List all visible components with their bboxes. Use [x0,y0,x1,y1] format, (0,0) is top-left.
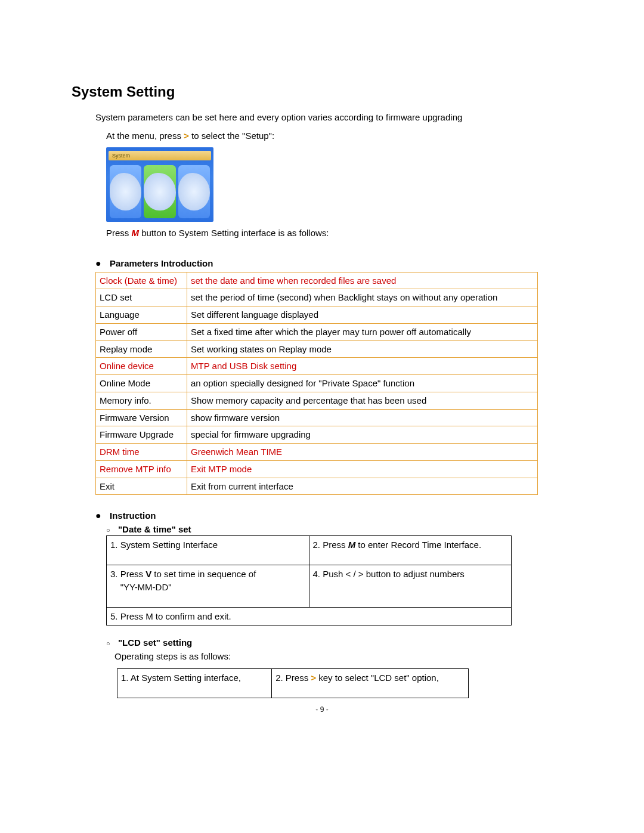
instruction-heading-row: ● Instruction [95,510,572,521]
lcd-step-2: 2. Press > key to select "LCD set" optio… [272,668,469,698]
lcd-steps-table: 1. At System Setting interface, 2. Press… [117,668,469,698]
param-desc: Show memory capacity and percentage that… [187,392,538,409]
param-desc: set the date and time when recorded file… [187,272,538,289]
table-row: Power offSet a fixed time after which th… [96,323,538,340]
menu-step: At the menu, press > to select the "Setu… [106,129,572,143]
param-name: Online device [96,358,187,375]
param-name: LCD set [96,289,187,306]
press-m-pre: Press [106,228,132,238]
lcd-step-1: 1. At System Setting interface, [117,668,272,698]
datetime-steps-table: 1. System Setting Interface 2. Press M t… [106,535,512,625]
menu-step-pre: At the menu, press [106,131,184,141]
intro-text: System parameters can be set here and ev… [95,111,572,125]
table-row: 3. Press V to set time in sequence of "Y… [107,565,512,608]
dt-step-4: 4. Push < / > button to adjust numbers [309,565,512,608]
param-name: Remove MTP info [96,460,187,478]
table-row: DRM timeGreenwich Mean TIME [96,444,538,461]
params-heading-row: ● Parameters Introduction [95,258,572,268]
param-desc: show firmware version [187,409,538,426]
param-desc: Exit MTP mode [187,460,538,478]
dt-step-3: 3. Press V to set time in sequence of "Y… [107,565,309,608]
table-row: Online Modean option specially designed … [96,375,538,392]
bullet-dot-icon: ● [95,259,110,268]
v-key-label: V [145,569,151,579]
table-row: Clock (Date & time)set the date and time… [96,272,538,289]
screenshot-icon-3 [178,165,210,218]
screenshot-icon-2 [144,165,175,218]
page-number: - 9 - [72,705,572,714]
params-heading: Parameters Introduction [110,258,213,268]
page-heading: System Setting [72,83,572,100]
press-m-line: Press M button to System Setting interfa… [106,227,572,240]
menu-step-post: to select the "Setup": [189,131,274,141]
bullet-dot-icon: ● [95,511,110,521]
param-desc: Greenwich Mean TIME [187,444,538,461]
table-row: Remove MTP infoExit MTP mode [96,460,538,478]
m-key-label: M [348,540,356,550]
gt-symbol: > [311,673,316,683]
param-desc: special for firmware upgrading [187,426,538,444]
screenshot-icon-1 [110,165,141,218]
table-row: LanguageSet different language displayed [96,306,538,324]
param-name: Firmware Version [96,409,187,426]
datetime-subheading-row: ○ "Date & time" set [106,524,572,534]
lcd-intro: Operating steps is as follows: [114,650,572,664]
param-desc: MTP and USB Disk setting [187,358,538,375]
table-row: Firmware Versionshow firmware version [96,409,538,426]
ring-bullet-icon: ○ [106,640,118,647]
table-row: Replay modeSet working states on Replay … [96,340,538,358]
press-m-post: button to System Setting interface is as… [139,228,329,238]
dt-step-2: 2. Press M to enter Record Time Interfac… [309,536,512,565]
param-name: Power off [96,323,187,340]
table-row: ExitExit from current interface [96,478,538,495]
param-desc: Set a fixed time after which the player … [187,323,538,340]
param-desc: an option specially designed for "Privat… [187,375,538,392]
instruction-heading: Instruction [110,510,156,521]
param-name: Language [96,306,187,324]
setup-screenshot: System [106,147,213,222]
table-row: Firmware Upgradespecial for firmware upg… [96,426,538,444]
table-row: 1. At System Setting interface, 2. Press… [117,668,469,698]
param-desc: Exit from current interface [187,478,538,495]
param-name: Firmware Upgrade [96,426,187,444]
dt-step-1: 1. System Setting Interface [107,536,309,565]
param-name: Online Mode [96,375,187,392]
param-name: Exit [96,478,187,495]
param-desc: set the period of time (second) when Bac… [187,289,538,306]
gt-symbol: > [184,131,189,141]
screenshot-titlebar: System [109,151,211,160]
table-row: Online deviceMTP and USB Disk setting [96,358,538,375]
param-name: Clock (Date & time) [96,272,187,289]
lcd-subheading-row: ○ "LCD set" setting [106,637,572,648]
param-name: Replay mode [96,340,187,358]
param-desc: Set working states on Replay mode [187,340,538,358]
lcd-subheading: "LCD set" setting [118,637,192,648]
param-name: Memory info. [96,392,187,409]
ring-bullet-icon: ○ [106,527,118,534]
param-name: DRM time [96,444,187,461]
dt-step-5: 5. Press M to confirm and exit. [107,607,512,625]
table-row: 1. System Setting Interface 2. Press M t… [107,536,512,565]
m-key-label: M [132,228,140,238]
table-row: Memory info.Show memory capacity and per… [96,392,538,409]
parameters-table: Clock (Date & time)set the date and time… [95,272,538,496]
datetime-subheading: "Date & time" set [118,524,191,534]
param-desc: Set different language displayed [187,306,538,324]
table-row: LCD setset the period of time (second) w… [96,289,538,306]
table-row: 5. Press M to confirm and exit. [107,607,512,625]
